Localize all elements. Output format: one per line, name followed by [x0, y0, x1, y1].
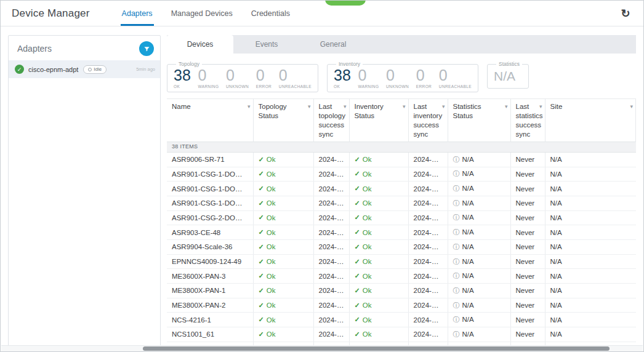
- cell-site: N/A: [545, 167, 636, 182]
- main-tabs: Adapters Managed Devices Credentials: [122, 1, 290, 26]
- cell-last-statistics-sync: Never: [510, 313, 545, 327]
- stat-value: 38: [174, 67, 191, 83]
- cell-statistics-status: N/A: [448, 182, 510, 196]
- cell-topology-status: Ok: [253, 269, 313, 284]
- cell-last-topology-sync: 2024-06-…: [313, 298, 349, 313]
- ok-check-icon: [355, 316, 363, 324]
- summary-row: Topology 38 OK 0 WARNING: [167, 61, 636, 92]
- cell-last-statistics-sync: Never: [510, 167, 545, 182]
- main-tab[interactable]: Credentials: [251, 1, 290, 26]
- cell-inventory-status: Ok: [349, 225, 408, 240]
- inventory-status-text: Ok: [363, 302, 372, 309]
- column-menu-caret-icon[interactable]: [308, 102, 311, 111]
- cell-statistics-status: N/A: [448, 152, 510, 167]
- detail-panel: Devices Events General Topology: [167, 35, 636, 351]
- cell-last-topology-sync: 2024-06-…: [313, 284, 349, 298]
- cell-topology-status: Ok: [253, 327, 313, 342]
- cell-topology-status: Ok: [253, 284, 313, 298]
- cell-topology-status: Ok: [253, 152, 313, 167]
- statistics-status-text: N/A: [462, 185, 474, 192]
- adapters-panel-title: Adapters: [17, 44, 52, 54]
- column-header[interactable]: Site: [545, 99, 636, 142]
- cell-topology-status: Ok: [253, 210, 313, 225]
- column-menu-caret-icon[interactable]: [403, 102, 406, 111]
- cell-name: ASR901-CSG-1-DOMAIN: [167, 167, 253, 182]
- statistics-status-text: N/A: [462, 170, 474, 177]
- table-row[interactable]: ASR901-CSG-1-DOMAIN3 Ok 2024-06-… Ok 202…: [167, 196, 636, 210]
- stat-value: 0: [416, 67, 432, 83]
- column-header-label: Last topology success sync: [319, 103, 345, 138]
- filter-button[interactable]: [139, 41, 154, 56]
- column-header[interactable]: Last topology success sync: [313, 99, 349, 142]
- column-header[interactable]: Inventory Status: [349, 99, 408, 142]
- detail-tab[interactable]: Events: [233, 35, 300, 54]
- horizontal-scrollbar[interactable]: [1, 345, 643, 351]
- cell-last-topology-sync: 2024-06-…: [313, 210, 349, 225]
- stat-value: 0: [226, 67, 249, 83]
- ok-check-icon: [259, 185, 267, 193]
- cell-inventory-status: Ok: [349, 298, 408, 313]
- cell-last-inventory-sync: 2024-06-…: [408, 152, 448, 167]
- stat-label: OK: [174, 84, 191, 89]
- inventory-status-text: Ok: [363, 156, 372, 163]
- column-menu-caret-icon[interactable]: [442, 102, 445, 111]
- table-row[interactable]: ME3600X-PAN-3 Ok 2024-06-… Ok 2024-06-… …: [167, 269, 636, 284]
- adapter-status-ok-icon: [15, 65, 24, 74]
- table-row[interactable]: EPNNCS4009-124-49 Ok 2024-06-… Ok 2024-0…: [167, 254, 636, 269]
- column-header[interactable]: Name: [167, 99, 253, 142]
- ok-check-icon: [259, 287, 267, 295]
- topology-status-text: Ok: [267, 214, 276, 222]
- ok-check-icon: [355, 170, 363, 178]
- table-row[interactable]: NCS1001_61 Ok 2024-06-… Ok 2024-06-… N/A: [167, 327, 636, 342]
- detail-tab[interactable]: General: [300, 35, 366, 54]
- table-row[interactable]: ASR901-CSG-1-DOMAIN Ok 2024-06-… Ok 2024…: [167, 167, 636, 182]
- ok-check-icon: [259, 214, 267, 222]
- stat-label: UNREACHABLE: [279, 84, 312, 89]
- topology-status-text: Ok: [267, 258, 276, 265]
- idle-icon: [88, 68, 92, 71]
- table-row[interactable]: ASR9904-Scale-36 Ok 2024-06-… Ok 2024-06…: [167, 240, 636, 255]
- stat-label: OK: [334, 84, 351, 89]
- cell-topology-status: Ok: [253, 240, 313, 255]
- table-row[interactable]: ME3800X-PAN-2 Ok 2024-06-… Ok 2024-06-… …: [167, 298, 636, 313]
- column-menu-caret-icon[interactable]: [539, 102, 542, 111]
- cell-topology-status: Ok: [253, 313, 313, 327]
- ok-check-icon: [355, 214, 363, 222]
- inventory-status-text: Ok: [363, 273, 372, 280]
- statistics-na-value: N/A: [494, 67, 522, 85]
- column-header[interactable]: Last inventory success sync: [408, 99, 448, 142]
- info-icon: [453, 258, 462, 265]
- cell-inventory-status: Ok: [349, 182, 408, 196]
- column-header[interactable]: Last statistics success sync: [510, 99, 545, 142]
- adapter-list-item[interactable]: cisco-epnm-adpt Idle 5min ago: [9, 60, 160, 78]
- ok-check-icon: [259, 330, 267, 338]
- table-row[interactable]: ASR9006-SR-71 Ok 2024-06-… Ok 2024-06-… …: [167, 152, 636, 167]
- detail-tab[interactable]: Devices: [167, 35, 233, 54]
- scrollbar-thumb[interactable]: [143, 346, 610, 351]
- ok-check-icon: [355, 156, 363, 164]
- table-row[interactable]: NCS-4216-1 Ok 2024-06-… Ok 2024-06-… N/A: [167, 313, 636, 327]
- main-tab-label: Managed Devices: [171, 9, 233, 18]
- table-row[interactable]: ASR901-CSG-1-DOMAIN1 Ok 2024-06-… Ok 202…: [167, 182, 636, 196]
- table-row[interactable]: ME3800X-PAN-1 Ok 2024-06-… Ok 2024-06-… …: [167, 284, 636, 298]
- cell-inventory-status: Ok: [349, 327, 408, 342]
- column-menu-caret-icon[interactable]: [248, 102, 251, 111]
- column-header[interactable]: Statistics Status: [448, 99, 510, 142]
- table-row[interactable]: ASR901-CSG-2-DOMAIN2 Ok 2024-06-… Ok 202…: [167, 210, 636, 225]
- cell-last-statistics-sync: Never: [510, 269, 545, 284]
- column-menu-caret-icon[interactable]: [505, 102, 508, 111]
- main-tab[interactable]: Adapters: [122, 1, 153, 26]
- table-row[interactable]: ASR903-CE-48 Ok 2024-06-… Ok 2024-06-… N…: [167, 225, 636, 240]
- cell-name: NCS1001_61: [167, 327, 253, 342]
- cell-inventory-status: Ok: [349, 210, 408, 225]
- column-header[interactable]: Topology Status: [253, 99, 313, 142]
- column-menu-caret-icon[interactable]: [344, 102, 347, 111]
- statistics-status-text: N/A: [462, 243, 474, 250]
- inventory-stat: 0 UNKNOWN: [386, 67, 409, 89]
- column-menu-caret-icon[interactable]: [630, 102, 633, 111]
- refresh-icon[interactable]: [619, 7, 632, 20]
- stat-label: UNREACHABLE: [439, 84, 472, 89]
- main-tab-label: Adapters: [122, 9, 153, 18]
- cell-statistics-status: N/A: [448, 240, 510, 255]
- main-tab[interactable]: Managed Devices: [171, 1, 233, 26]
